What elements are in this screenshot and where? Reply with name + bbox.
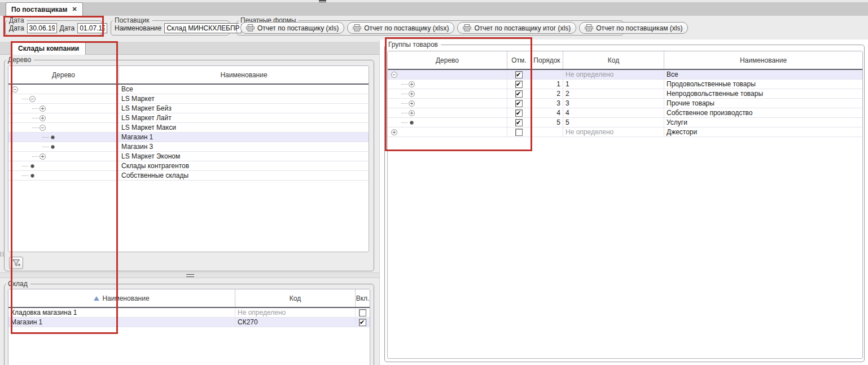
goods-group-row[interactable]: 22Непродовольственные товары xyxy=(388,89,862,99)
tree-connector-line xyxy=(401,103,407,104)
checkbox-checked[interactable] xyxy=(515,100,523,107)
filter-plus-icon xyxy=(12,259,21,267)
column-header-sklad-naimenovanie[interactable]: Наименование xyxy=(8,289,235,307)
tree-row[interactable]: LS Маркет xyxy=(8,94,369,104)
left-edge-splitter-grip[interactable] xyxy=(1,252,3,257)
dot-icon xyxy=(30,174,34,178)
tree-cell xyxy=(8,161,119,170)
tree-row-name: Магазин 1 xyxy=(119,133,369,142)
tab-po-postavshchikam[interactable]: По поставщикам ✕ xyxy=(6,2,83,16)
checkbox-checked[interactable] xyxy=(359,319,366,326)
plus-circle-icon[interactable] xyxy=(40,115,46,121)
date-from-label: Дата xyxy=(9,24,24,32)
sklad-row[interactable]: Магазин 1СК270 xyxy=(8,318,370,327)
goods-group-row[interactable]: 55Услуги xyxy=(388,118,862,127)
tree-row-name: Склады контрагентов xyxy=(119,161,369,170)
printer-icon xyxy=(353,24,361,32)
plus-circle-icon[interactable] xyxy=(409,110,415,116)
plus-circle-icon[interactable] xyxy=(40,105,46,112)
tree-row-name: LS Маркет Бейз xyxy=(119,104,369,113)
tree-row[interactable]: LS Маркет Макси xyxy=(8,123,369,133)
tab-sklady-kompanii[interactable]: Склады компании xyxy=(11,42,86,55)
column-header-goods-otm[interactable]: Отм. xyxy=(507,51,531,69)
tree-cell xyxy=(8,104,119,113)
tree-row-name: LS Маркет Макси xyxy=(119,123,369,132)
warehouse-tree-header: Дерево Наименование xyxy=(8,66,369,85)
tree-cell xyxy=(388,118,507,127)
tree-row[interactable]: Собственные склады xyxy=(8,171,369,181)
sklad-table-rows: Кладовка магазина 1Не определеноМагазин … xyxy=(8,308,370,327)
plus-circle-icon[interactable] xyxy=(40,153,46,160)
checkbox-checked[interactable] xyxy=(515,119,523,126)
print-report-button-1[interactable]: Отчет по поставщику (xls) xyxy=(240,22,344,34)
tree-row[interactable]: LS Маркет Лайт xyxy=(8,113,369,123)
tree-row[interactable]: Все xyxy=(8,85,369,94)
tree-cell xyxy=(8,142,119,151)
print-report-button-label: Отчет по поставщику (xlsx) xyxy=(364,24,449,32)
sklad-row-enabled-cell xyxy=(356,308,370,317)
minus-circle-icon[interactable] xyxy=(29,96,36,102)
tree-groupbox: Дерево Дерево Наименование ВсеLS МаркетL… xyxy=(4,60,374,271)
sklad-row[interactable]: Кладовка магазина 1Не определено xyxy=(8,308,370,318)
sort-asc-icon xyxy=(94,296,99,301)
add-filter-button[interactable] xyxy=(9,257,23,269)
column-header-sklad-kod[interactable]: Код xyxy=(235,289,356,307)
minus-circle-icon[interactable] xyxy=(391,72,397,78)
print-report-button-4[interactable]: Отчет по поставщикам (xls) xyxy=(579,22,688,34)
plus-circle-icon[interactable] xyxy=(409,81,415,87)
close-icon[interactable]: ✕ xyxy=(72,6,77,12)
tab-label: По поставщикам xyxy=(11,6,67,14)
checkbox-checked[interactable] xyxy=(515,81,523,88)
goods-groups-panel: Группы товаров Дерево Отм. Порядок Код Н… xyxy=(380,39,868,365)
goods-row-code: 1 xyxy=(563,80,664,89)
checkbox-checked[interactable] xyxy=(515,109,523,117)
print-report-button-3[interactable]: Отчет по поставщику итог (xls) xyxy=(457,22,576,34)
print-forms-buttons: Отчет по поставщику (xls)Отчет по постав… xyxy=(237,21,623,35)
column-header-derevo[interactable]: Дерево xyxy=(8,66,119,83)
column-header-sklad-vkl[interactable]: Вкл. xyxy=(356,289,370,307)
goods-row-marked-cell xyxy=(507,118,531,127)
tree-row[interactable]: Склады контрагентов xyxy=(8,161,369,171)
goods-row-code: Не определено xyxy=(563,70,664,79)
date-from-input[interactable] xyxy=(27,23,57,33)
column-header-goods-derevo[interactable]: Дерево xyxy=(388,51,507,69)
plus-circle-icon[interactable] xyxy=(391,129,397,135)
goods-groups-title: Группы товаров xyxy=(387,41,441,49)
goods-group-row[interactable]: 44Собственное производство xyxy=(388,108,862,118)
tree-row[interactable]: Магазин 3 xyxy=(8,142,369,152)
goods-group-row[interactable]: Не определеноВсе xyxy=(388,70,862,80)
goods-row-order: 1 xyxy=(531,80,563,89)
supplier-name-input[interactable] xyxy=(164,23,242,33)
tree-connector-line xyxy=(22,175,28,176)
tree-cell xyxy=(8,171,119,180)
dot-icon xyxy=(51,135,55,139)
sklad-row-enabled-cell xyxy=(356,318,370,327)
column-header-goods-naimenovanie[interactable]: Наименование xyxy=(664,51,862,69)
minus-circle-icon[interactable] xyxy=(12,86,18,93)
checkbox-checked[interactable] xyxy=(515,90,523,98)
tree-row[interactable]: LS Маркет Бейз xyxy=(8,104,369,113)
goods-row-marked-cell xyxy=(507,127,531,137)
goods-group-row[interactable]: 33Прочие товары xyxy=(388,99,862,108)
plus-circle-icon[interactable] xyxy=(409,100,415,107)
date-to-input[interactable] xyxy=(77,23,107,33)
minus-circle-icon[interactable] xyxy=(40,125,46,131)
tree-row[interactable]: Магазин 1 xyxy=(8,133,369,142)
horizontal-splitter[interactable] xyxy=(0,272,379,278)
column-header-naimenovanie[interactable]: Наименование xyxy=(119,66,369,83)
checkbox-unchecked[interactable] xyxy=(515,129,523,136)
checkbox-unchecked[interactable] xyxy=(359,309,366,316)
print-report-button-label: Отчет по поставщику итог (xls) xyxy=(474,24,571,32)
goods-group-row[interactable]: Не определеноДжестори xyxy=(388,127,862,137)
print-report-button-2[interactable]: Отчет по поставщику (xlsx) xyxy=(347,22,454,34)
date-group-content: Дата Дата xyxy=(6,21,102,35)
plus-circle-icon[interactable] xyxy=(409,91,415,97)
checkbox-checked[interactable] xyxy=(515,71,523,78)
goods-group-row[interactable]: 11Продовольственные товары xyxy=(388,80,862,89)
tree-row[interactable]: LS Маркет Эконом xyxy=(8,152,369,161)
tree-row-name: LS Маркет Лайт xyxy=(119,113,369,122)
column-header-goods-poryadok[interactable]: Порядок xyxy=(531,51,563,69)
column-header-goods-kod[interactable]: Код xyxy=(563,51,664,69)
warehouses-tabstrip: Склады компании xyxy=(0,42,379,55)
warehouse-tree-rows: ВсеLS МаркетLS Маркет БейзLS Маркет Лайт… xyxy=(8,85,369,181)
